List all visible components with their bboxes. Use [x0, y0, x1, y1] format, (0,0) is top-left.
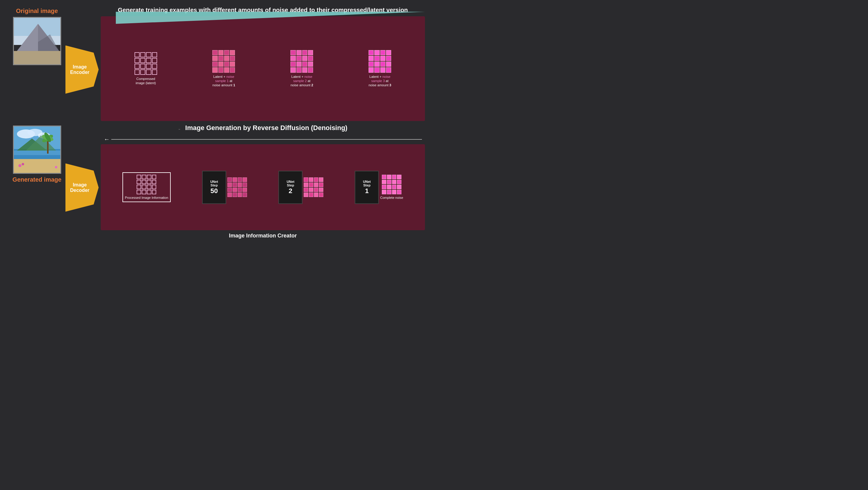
unet-box-2: UNetStep 2: [278, 171, 303, 204]
bottom-title: Image Generation by Reverse Diffusion (D…: [185, 124, 347, 132]
maroon-box-bottom: Processed Image Information UNetStep 50: [101, 144, 425, 230]
maroon-box-top: Compressedimage (latent): [101, 16, 425, 121]
unet-step-50-group: UNetStep 50: [202, 171, 247, 204]
encoder-label: ImageEncoder: [70, 64, 89, 75]
image-decoder-box: ImageDecoder: [65, 163, 99, 212]
complete-noise-label: Complete noise: [380, 195, 403, 200]
grid-item-noise3: Latent + noisesample 3 atnoise amount 3: [369, 50, 391, 88]
top-section: Original image Ima: [9, 6, 425, 121]
unet-label-2: UNetStep: [286, 180, 294, 187]
unet-step-2-group: UNetStep 2: [278, 171, 323, 204]
unet-step-1-group: UNetStep 1: [355, 171, 403, 204]
unet-label-1: UNetStep: [363, 180, 371, 187]
svg-point-22: [55, 166, 57, 169]
pyramid-svg: [14, 18, 61, 65]
decoder-connector: ImageDecoder: [65, 130, 99, 239]
complete-noise-grid: [382, 175, 401, 194]
svg-rect-2: [14, 51, 61, 65]
noise2-label: Latent + noisesample 2 atnoise amount 2: [290, 74, 313, 88]
unet-number-2: 2: [289, 187, 292, 195]
encoder-connector: ImageEncoder: [65, 12, 99, 121]
original-image-label: Original image: [16, 7, 58, 14]
unet-box-50: UNetStep 50: [202, 171, 226, 204]
generated-image-box: [13, 125, 61, 174]
grid-item-noise1: Latent + noisesample 1 atnoise amount 1: [212, 50, 235, 88]
bottom-subtitle: Image Information Creator: [101, 233, 425, 239]
svg-marker-6: [116, 12, 425, 24]
svg-point-21: [22, 163, 24, 165]
svg-rect-12: [14, 151, 61, 155]
noise2-grid: [290, 50, 313, 73]
beach-svg: [14, 126, 61, 174]
processed-label: Processed Image Information: [125, 195, 168, 200]
unet-label-50: UNetStep: [210, 180, 218, 187]
generated-image-label: Generated image: [12, 176, 61, 183]
unet-number-50: 50: [211, 187, 218, 195]
right-panel-bottom: ← Image Generation by Reverse Diffusion …: [101, 124, 425, 239]
bottom-section: Generated image ImageDecoder ← Image Gen…: [9, 124, 425, 239]
left-panel-generated: Generated image: [9, 124, 65, 239]
latent-label: Compressedimage (latent): [136, 76, 156, 85]
grid-after-50: [227, 177, 247, 197]
image-encoder-box: ImageEncoder: [65, 45, 99, 94]
svg-point-20: [19, 164, 22, 167]
noise3-label: Latent + noisesample 3 atnoise amount 3: [369, 74, 391, 88]
unet-number-1: 1: [365, 187, 369, 195]
processed-info-box: Processed Image Information: [122, 172, 171, 202]
main-container: Original image Ima: [0, 0, 434, 245]
noise1-label: Latent + noisesample 1 atnoise amount 1: [212, 74, 235, 88]
grid-item-latent: Compressedimage (latent): [134, 52, 157, 85]
noise1-grid: [212, 50, 235, 73]
processed-grid: [136, 175, 156, 194]
noise3-grid: [369, 50, 391, 73]
grid-after-2: [304, 177, 323, 197]
grid-item-noise2: Latent + noisesample 2 atnoise amount 2: [290, 50, 313, 88]
latent-grid: [134, 52, 157, 75]
complete-noise-item: Complete noise: [380, 175, 403, 200]
grid-item-processed: Processed Image Information: [122, 172, 171, 202]
unet-box-1: UNetStep 1: [355, 171, 379, 204]
original-image-box: [13, 17, 61, 65]
decoder-label: ImageDecoder: [70, 182, 89, 193]
teal-triangle-svg: [116, 12, 425, 24]
left-panel-original: Original image: [9, 6, 65, 121]
right-panel-top: Generate training examples with differen…: [101, 6, 425, 121]
